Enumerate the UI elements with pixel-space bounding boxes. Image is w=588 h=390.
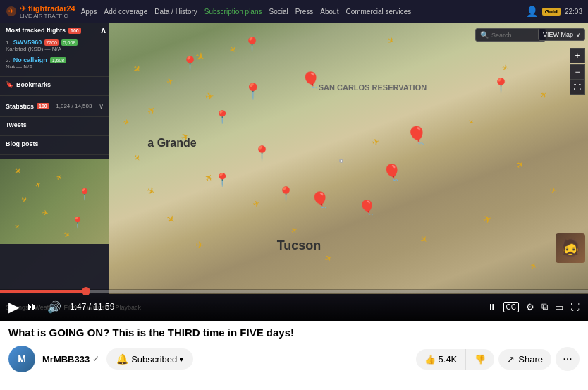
plane-6: ✈: [204, 90, 215, 104]
map-terrain: SAN CARLOS RESERVATION Tucson a Grande ✈…: [109, 23, 588, 294]
channel-row: M MrMBB333 ✓ 🔔 Subscribed ▾ 👍 5.4K �: [0, 343, 588, 375]
progress-bar[interactable]: [0, 290, 588, 293]
nav-subscription[interactable]: Subscription plans: [204, 8, 262, 16]
view-map-btn[interactable]: VIEW Map ∨: [538, 28, 585, 41]
theatre-button[interactable]: ▭: [555, 302, 563, 312]
sidebar-map-preview: ✈ ✈ ✈ ✈ ✈ ✈ ✈ 📍 📍: [0, 159, 109, 244]
statistics-title: Statistics 100: [6, 103, 49, 110]
statistics-section: Statistics 100 1,024 / 14,503 ∨: [0, 96, 109, 117]
miniplayer-button[interactable]: ⧉: [541, 301, 548, 312]
channel-name[interactable]: MrMBB333: [42, 354, 90, 365]
flight1-alert: 7700: [44, 39, 59, 46]
plane-26: ✈: [372, 136, 382, 148]
plane-14: ✈: [289, 225, 300, 236]
sidebar-collapse-icon[interactable]: ∧: [100, 25, 106, 35]
zoom-in-btn[interactable]: +: [570, 48, 585, 63]
nav-about[interactable]: About: [320, 8, 338, 16]
map-search[interactable]: 🔍: [475, 28, 546, 42]
plane-17: ✈: [501, 63, 510, 73]
flight2-route: N/A — N/A: [6, 63, 104, 70]
verified-icon: ✓: [92, 354, 99, 364]
fr-logo-sub: LIVE AIR TRAFFIC: [20, 13, 75, 19]
fullscreen-button[interactable]: ⛶: [570, 302, 580, 312]
search-input[interactable]: [491, 32, 541, 39]
plane-21: ✈: [549, 185, 558, 196]
plane-1: ✈: [130, 62, 145, 76]
pause-indicator[interactable]: ⏸: [487, 302, 496, 312]
pin-7: 📍: [277, 185, 295, 202]
zoom-controls: + −: [570, 48, 585, 80]
search-icon: 🔍: [480, 31, 489, 39]
plane-4: ✈: [145, 103, 159, 117]
most-tracked-badge: 100: [68, 28, 81, 34]
balloon-3: 🎈: [382, 164, 401, 182]
nav-apps[interactable]: Apps: [81, 8, 97, 16]
channel-info: MrMBB333 ✓: [42, 354, 99, 365]
tweets-title: Tweets: [6, 121, 104, 128]
share-icon: ↗: [507, 354, 515, 365]
progress-fill: [0, 290, 86, 293]
fr-logo: ✈ ✈ flightradar24 LIVE AIR TRAFFIC: [6, 4, 75, 19]
nav-add-coverage[interactable]: Add coverage: [104, 8, 147, 16]
plane-11: ✈: [145, 184, 158, 198]
fullscreen-map-btn[interactable]: ⛶: [570, 79, 585, 95]
cc-button[interactable]: CC: [503, 302, 519, 312]
avatar-corner: 🧔: [556, 233, 585, 263]
progress-dot: [82, 287, 90, 295]
nav-data-history[interactable]: Data / History: [154, 8, 197, 16]
most-tracked-section: Most tracked flights 100 ∧ 1. SWV5960 77…: [0, 23, 109, 77]
like-button[interactable]: 👍 5.4K: [416, 349, 466, 370]
play-button[interactable]: ▶: [8, 298, 19, 315]
plane-24: ✈: [528, 261, 539, 271]
nav-social[interactable]: Social: [269, 8, 288, 16]
plane-15: ✈: [195, 240, 204, 252]
fr-gold-badge: Gold: [542, 8, 561, 16]
pin-1: 📍: [243, 36, 261, 53]
time-current: 1:47: [70, 302, 86, 312]
channel-avatar[interactable]: M: [8, 346, 35, 372]
plane-2: ✈: [165, 76, 175, 88]
plane-22: ✈: [481, 212, 494, 226]
more-options-button[interactable]: ···: [556, 347, 580, 371]
flight-item-2[interactable]: 2. No callsign 1,608 N/A — N/A: [6, 54, 104, 72]
fr-map: SAN CARLOS RESERVATION Tucson a Grande ✈…: [109, 23, 588, 294]
zoom-out-btn[interactable]: −: [570, 64, 585, 80]
plane-9: ✈: [130, 152, 142, 164]
settings-button[interactable]: ⚙: [526, 302, 534, 312]
thumbs-down-icon: 👎: [474, 354, 486, 365]
plane-23: ✈: [418, 233, 431, 246]
nav-press[interactable]: Press: [295, 8, 314, 16]
thumbs-up-icon: 👍: [424, 354, 436, 365]
plane-7: ✈: [123, 117, 131, 128]
navbar-time: 22:03: [565, 8, 582, 16]
balloon-4: 🎈: [310, 191, 329, 209]
more-icon: ···: [563, 353, 572, 365]
action-buttons: 👍 5.4K 👎 ↗ Share ···: [416, 347, 580, 371]
statistics-expand[interactable]: ∨: [99, 102, 104, 110]
blog-posts-section: Blog posts: [0, 136, 109, 155]
plane-19: ✈: [467, 116, 476, 126]
bookmarks-section: 🔖 Bookmarks: [0, 77, 109, 96]
time-total: 11:59: [93, 302, 114, 312]
nav-commercial[interactable]: Commercial services: [345, 8, 411, 16]
plane-20: ✈: [513, 157, 527, 171]
chevron-down-icon: ▾: [180, 355, 183, 363]
statistics-row: Statistics 100 1,024 / 14,503 ∨: [6, 100, 104, 112]
balloon-1: 🎈: [301, 71, 320, 90]
flight-item-1[interactable]: 1. SWV5960 7700 5,008 Karlstad (KSD) — N…: [6, 37, 104, 54]
volume-button[interactable]: 🔊: [47, 300, 61, 314]
avatar-icon: 🧔: [560, 238, 581, 258]
plane-12: ✈: [252, 198, 261, 209]
share-button[interactable]: ↗ Share: [498, 349, 551, 370]
flight1-route: Karlstad (KSD) — N/A: [6, 46, 104, 52]
subscribed-label: Subscribed: [131, 354, 177, 365]
fr-logo-text: ✈ flightradar24: [20, 4, 75, 13]
tweets-section: Tweets: [0, 117, 109, 136]
fr-logo-icon: ✈: [6, 6, 17, 17]
plane-10: ✈: [202, 171, 216, 183]
next-button[interactable]: ⏭: [27, 300, 39, 313]
plane-25: ✈: [385, 35, 396, 47]
video-player[interactable]: ✈ ✈ flightradar24 LIVE AIR TRAFFIC Apps …: [0, 0, 588, 321]
subscribe-button[interactable]: 🔔 Subscribed ▾: [106, 348, 193, 370]
dislike-button[interactable]: 👎: [465, 349, 494, 370]
